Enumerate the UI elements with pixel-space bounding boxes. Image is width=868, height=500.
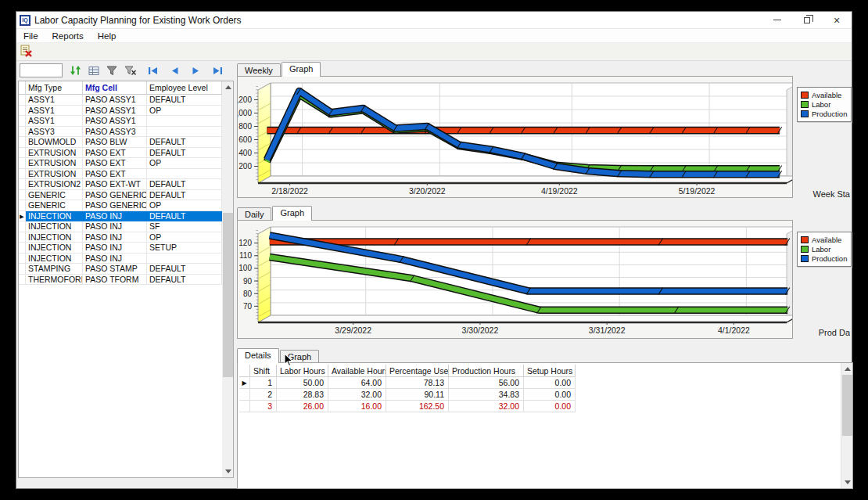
mouse-cursor xyxy=(284,353,296,367)
table-row[interactable]: INJECTIONPASO INJOP xyxy=(19,232,222,243)
column-header[interactable]: Percentage Used xyxy=(386,365,449,377)
svg-text:200: 200 xyxy=(239,162,252,171)
table-cell: PASO INJ xyxy=(83,211,147,222)
close-button[interactable]: × xyxy=(822,12,852,28)
legend-swatch-labor xyxy=(801,101,809,108)
table-row[interactable]: INJECTIONPASO INJSF xyxy=(19,221,222,232)
table-row[interactable]: EXTRUSION2PASO EXT-WTDEFAULT xyxy=(19,179,222,190)
tab-daily[interactable]: Daily xyxy=(237,207,271,221)
next-record-icon[interactable] xyxy=(192,67,200,75)
table-row[interactable]: BLOWMOLDPASO BLWDEFAULT xyxy=(19,137,222,148)
table-row[interactable]: ASSY1PASO ASSY1 xyxy=(19,116,222,127)
table-row[interactable]: ▶INJECTIONPASO INJDEFAULT xyxy=(19,211,222,222)
mfg-grid-scrollbar[interactable] xyxy=(222,81,234,477)
table-row[interactable]: 326.0016.00162.5032.000.00 xyxy=(239,401,577,412)
table-cell: PASO EXT xyxy=(83,169,147,180)
scrollbar-thumb[interactable] xyxy=(842,375,852,436)
table-row[interactable]: ▶150.0064.0078.1356.000.00 xyxy=(239,377,577,389)
table-row[interactable]: INJECTIONPASO INJ xyxy=(19,254,222,264)
grid-icon[interactable] xyxy=(88,66,99,76)
table-cell: OP xyxy=(147,232,222,243)
table-row[interactable]: THERMOFORMPASO TFORMDEFAULT xyxy=(19,275,222,286)
window-controls: × xyxy=(762,12,852,28)
close-form-icon[interactable] xyxy=(20,44,33,60)
table-cell: 26.00 xyxy=(277,401,328,412)
table-row[interactable]: GENERICPASO GENERICOP xyxy=(19,200,222,211)
table-row[interactable]: EXTRUSIONPASO EXTOP xyxy=(19,158,222,169)
column-header[interactable]: Mfg Type xyxy=(26,81,83,95)
table-row[interactable]: INJECTIONPASO INJSETUP xyxy=(19,243,222,254)
minimize-icon xyxy=(773,20,781,20)
row-marker xyxy=(19,243,26,254)
table-cell: PASO ASSY3 xyxy=(83,127,147,138)
column-header[interactable]: Shift xyxy=(250,365,277,377)
weekly-legend: AvailableLaborProduction xyxy=(797,87,852,122)
column-header[interactable]: Production Hours xyxy=(449,365,524,377)
details-scrollbar[interactable] xyxy=(841,363,852,488)
first-record-icon[interactable] xyxy=(148,67,158,75)
menu-help[interactable]: Help xyxy=(91,31,124,41)
scrollbar-thumb[interactable] xyxy=(223,213,233,377)
tab-details[interactable]: Details xyxy=(237,348,279,363)
table-cell: DEFAULT xyxy=(147,190,222,201)
app-window: IQ Labor Capacity Planning for Existing … xyxy=(16,11,852,489)
tab-graph[interactable]: Graph xyxy=(272,206,312,221)
previous-record-icon[interactable] xyxy=(170,67,179,75)
title-bar: IQ Labor Capacity Planning for Existing … xyxy=(16,12,852,29)
row-marker xyxy=(19,232,26,243)
weekly-chart: 2004006008001,0001,2002/18/20223/20/2022… xyxy=(238,77,792,197)
svg-text:120: 120 xyxy=(239,239,252,247)
row-marker xyxy=(19,169,26,180)
column-header[interactable]: Setup Hours xyxy=(524,365,576,377)
last-record-icon[interactable] xyxy=(213,67,223,75)
legend-item: Labor xyxy=(801,100,848,109)
table-cell: 34.83 xyxy=(449,389,524,401)
table-cell: 32.00 xyxy=(328,389,386,401)
table-cell: OP xyxy=(147,200,222,211)
table-cell: EXTRUSION2 xyxy=(26,179,83,190)
marker-column-header xyxy=(239,365,250,377)
row-marker xyxy=(19,190,26,201)
scroll-down-icon[interactable] xyxy=(222,466,234,477)
table-cell: STAMPING xyxy=(26,264,83,275)
scroll-down-icon[interactable] xyxy=(841,477,853,488)
mfg-table: Mfg TypeMfg CellEmployee LevelASSY1PASO … xyxy=(19,81,222,285)
marker-column-header xyxy=(19,81,26,95)
clear-filter-icon[interactable] xyxy=(124,66,137,76)
table-row[interactable]: ASSY1PASO ASSY1DEFAULT xyxy=(19,95,222,106)
menu-reports[interactable]: Reports xyxy=(45,31,91,41)
search-input[interactable] xyxy=(20,63,63,77)
column-header[interactable]: Available Hours xyxy=(328,365,386,377)
restore-icon xyxy=(804,17,810,23)
svg-text:2/18/2022: 2/18/2022 xyxy=(271,186,308,196)
scroll-up-icon[interactable] xyxy=(841,363,853,375)
menu-file[interactable]: File xyxy=(16,31,45,41)
table-cell: OP xyxy=(147,158,222,169)
legend-label: Available xyxy=(812,236,841,244)
table-cell: INJECTION xyxy=(26,211,83,222)
minimize-button[interactable] xyxy=(762,12,792,28)
tab-weekly[interactable]: Weekly xyxy=(237,63,281,77)
svg-text:4/19/2022: 4/19/2022 xyxy=(541,186,578,196)
table-row[interactable]: GENERICPASO GENERICDEFAULT xyxy=(19,190,222,201)
table-cell: PASO ASSY1 xyxy=(83,95,147,106)
column-header[interactable]: Mfg Cell xyxy=(83,81,147,95)
filter-icon[interactable] xyxy=(106,66,117,76)
table-row[interactable]: ASSY3PASO ASSY3 xyxy=(19,127,222,138)
tab-graph[interactable]: Graph xyxy=(282,62,321,77)
restore-button[interactable] xyxy=(792,12,822,28)
table-row[interactable]: EXTRUSIONPASO EXT xyxy=(19,169,222,180)
table-row[interactable]: ASSY1PASO ASSY1OP xyxy=(19,106,222,117)
table-row[interactable]: 228.8332.0090.1134.830.00 xyxy=(239,389,577,401)
table-row[interactable]: STAMPINGPASO STAMPDEFAULT xyxy=(19,264,222,275)
sort-icon[interactable] xyxy=(70,65,81,76)
table-row[interactable]: EXTRUSIONPASO EXTDEFAULT xyxy=(19,148,222,159)
scroll-up-icon[interactable] xyxy=(222,81,234,93)
row-marker: ▶ xyxy=(19,211,26,222)
legend-item: Available xyxy=(801,236,848,244)
table-cell: EXTRUSION xyxy=(26,158,83,169)
legend-swatch-production xyxy=(801,110,809,117)
table-cell: ASSY1 xyxy=(26,95,83,106)
column-header[interactable]: Employee Level xyxy=(147,81,222,95)
legend-item: Production xyxy=(801,254,848,263)
